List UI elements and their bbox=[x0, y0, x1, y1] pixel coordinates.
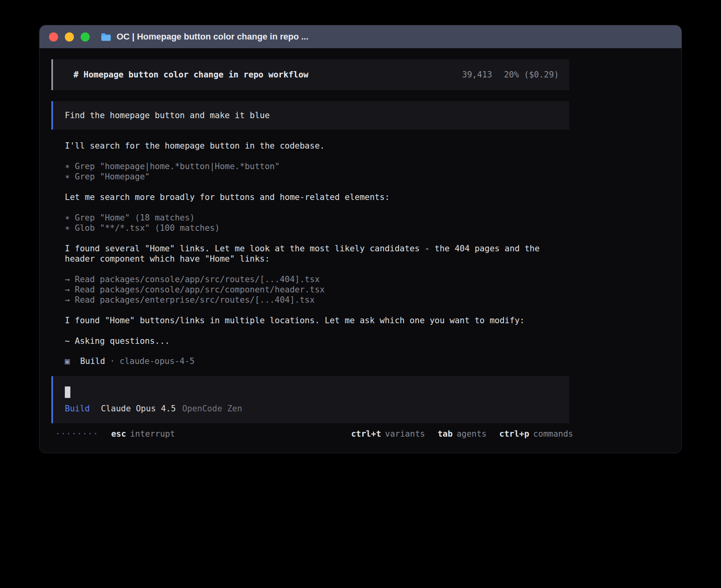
zoom-button[interactable] bbox=[81, 32, 90, 41]
status-line: ~ Asking questions... bbox=[65, 336, 569, 346]
assistant-text: I'll search for the homepage button in t… bbox=[65, 141, 569, 151]
session-header: # Homepage button color change in repo w… bbox=[51, 59, 569, 90]
shortcut-interrupt: esc interrupt bbox=[111, 429, 175, 439]
terminal-content: # Homepage button color change in repo w… bbox=[40, 48, 681, 439]
separator-dot: · bbox=[110, 356, 115, 366]
traffic-lights bbox=[49, 32, 90, 41]
prompt-input[interactable]: Build Claude Opus 4.5 OpenCode Zen bbox=[51, 376, 569, 423]
key-ctrl-p-label: commands bbox=[533, 429, 573, 439]
model-name: Claude Opus 4.5 bbox=[101, 403, 176, 414]
key-ctrl-p: ctrl+p bbox=[499, 429, 529, 439]
agent-status-line: ▣ Build · claude-opus-4-5 bbox=[51, 356, 569, 366]
key-ctrl-t-label: variants bbox=[385, 429, 425, 439]
mode-badge: Build bbox=[65, 403, 90, 414]
key-esc-label: interrupt bbox=[130, 429, 175, 439]
session-title: # Homepage button color change in repo w… bbox=[74, 69, 308, 80]
context-cost: 20% ($0.29) bbox=[504, 69, 559, 80]
key-tab-label: agents bbox=[457, 429, 487, 439]
user-message-text: Find the homepage button and make it blu… bbox=[65, 111, 270, 120]
input-status-line: Build Claude Opus 4.5 OpenCode Zen bbox=[65, 403, 559, 414]
spinner-dots: ········ bbox=[55, 429, 98, 439]
agent-model: claude-opus-4-5 bbox=[120, 356, 195, 366]
tool-call-group: → Read packages/console/app/src/routes/[… bbox=[65, 274, 569, 305]
assistant-text: I found several "Home" links. Let me loo… bbox=[65, 243, 569, 264]
assistant-text: Let me search more broadly for buttons a… bbox=[65, 192, 569, 202]
key-tab: tab bbox=[438, 429, 453, 439]
token-count: 39,413 bbox=[462, 69, 492, 80]
key-ctrl-t: ctrl+t bbox=[351, 429, 381, 439]
shortcut-commands: ctrl+p commands bbox=[499, 429, 573, 439]
tool-call-group: ∗ Grep "Home" (18 matches) ∗ Glob "**/*.… bbox=[65, 213, 569, 233]
conversation: I'll search for the homepage button in t… bbox=[51, 141, 569, 346]
tool-call: → Read packages/console/app/src/routes/[… bbox=[65, 274, 569, 285]
assistant-text: I found "Home" buttons/links in multiple… bbox=[65, 315, 569, 326]
tool-call: → Read packages/console/app/src/componen… bbox=[65, 285, 569, 295]
agent-name: Build bbox=[80, 356, 105, 366]
tool-call: ∗ Glob "**/*.tsx" (100 matches) bbox=[65, 223, 569, 233]
agent-icon: ▣ bbox=[65, 356, 70, 366]
minimize-button[interactable] bbox=[65, 32, 74, 41]
tool-call: → Read packages/enterprise/src/routes/[.… bbox=[65, 295, 569, 305]
titlebar: OC | Homepage button color change in rep… bbox=[40, 25, 681, 48]
text-cursor bbox=[65, 386, 70, 398]
tool-call-group: ∗ Grep "homepage|home.*button|Home.*butt… bbox=[65, 161, 569, 182]
provider-name: OpenCode Zen bbox=[182, 403, 242, 414]
user-message: Find the homepage button and make it blu… bbox=[51, 101, 569, 130]
terminal-window: OC | Homepage button color change in rep… bbox=[40, 25, 681, 453]
footer-bar: ········ esc interrupt ctrl+t variants t… bbox=[55, 429, 573, 439]
shortcut-variants: ctrl+t variants bbox=[351, 429, 425, 439]
key-esc: esc bbox=[111, 429, 126, 439]
window-title: OC | Homepage button color change in rep… bbox=[117, 32, 308, 42]
tool-call: ∗ Grep "Homepage" bbox=[65, 172, 569, 182]
close-button[interactable] bbox=[49, 32, 58, 41]
tool-call: ∗ Grep "homepage|home.*button|Home.*butt… bbox=[65, 161, 569, 172]
tool-call: ∗ Grep "Home" (18 matches) bbox=[65, 213, 569, 223]
folder-icon bbox=[101, 32, 111, 41]
shortcut-agents: tab agents bbox=[438, 429, 487, 439]
session-stats: 39,413 20% ($0.29) bbox=[462, 69, 559, 80]
